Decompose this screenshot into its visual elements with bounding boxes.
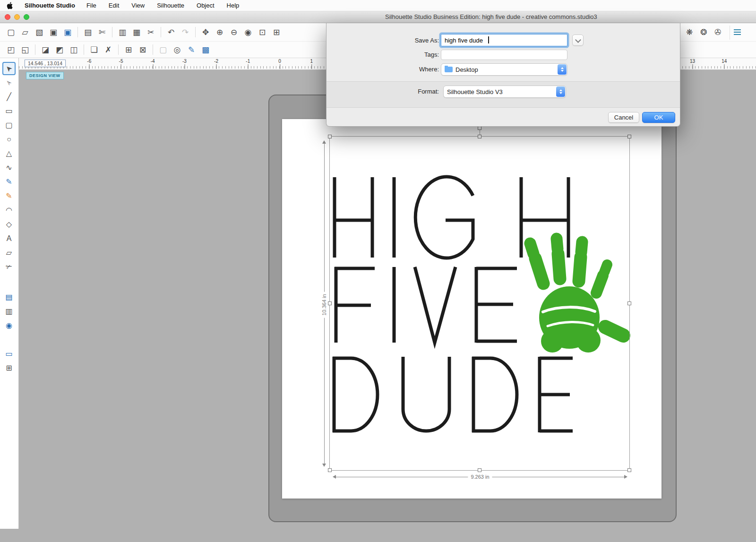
menu-item-edit[interactable]: Edit — [109, 2, 119, 9]
design-canvas[interactable]: DESIGN VIEW — [19, 70, 756, 542]
zoom-out-button[interactable]: ⊖ — [227, 26, 241, 39]
sketch-pen-button[interactable]: ✎ — [185, 43, 198, 56]
rounded-rectangle-tool[interactable]: ▢ — [2, 119, 16, 132]
ruler-number-label: 14 — [722, 59, 727, 64]
replicate-right-button[interactable]: ◩ — [53, 43, 66, 56]
undo-button[interactable]: ↶ — [164, 26, 178, 39]
panel-icon: ❋ — [686, 28, 693, 36]
open-button[interactable]: ▱ — [18, 26, 32, 39]
fit-to-window-button[interactable]: ⊞ — [270, 26, 283, 39]
ruler-number-label: -6 — [87, 59, 91, 64]
menu-item-silhouette[interactable]: Silhouette — [157, 2, 184, 9]
format-dropdown[interactable]: Silhouette Studio V3 — [443, 86, 566, 98]
selection-rotate-handle[interactable] — [478, 126, 481, 130]
chevron-down-icon — [575, 37, 581, 43]
cut-button[interactable]: ✂ — [144, 26, 157, 39]
apple-menu-icon[interactable] — [7, 2, 13, 9]
selection-handle-ne[interactable] — [627, 135, 631, 138]
filename-input[interactable] — [441, 34, 567, 46]
redo-button[interactable]: ↷ — [179, 26, 192, 39]
pan-tool-button[interactable]: ✥ — [199, 26, 212, 39]
toolbar-icon: ◰ — [7, 46, 15, 54]
save-as-button[interactable]: ▣ — [61, 26, 74, 39]
select-tool[interactable]: ➤ — [2, 62, 16, 75]
shadow-button[interactable]: ❏ — [87, 43, 101, 56]
selection-handle-se[interactable] — [627, 468, 631, 472]
zoom-selection-button[interactable]: ◉ — [241, 26, 255, 39]
menu-item-help[interactable]: Help — [227, 2, 240, 9]
group-button[interactable]: ⊞ — [122, 43, 135, 56]
fit-to-page-button[interactable]: ⊡ — [256, 26, 269, 39]
tool-icon: A — [7, 235, 12, 242]
where-label: Where: — [419, 66, 439, 73]
polygon-tool[interactable]: △ — [2, 147, 16, 160]
zoom-window-button[interactable] — [24, 14, 29, 20]
send-to-silhouette-button[interactable]: ✄ — [95, 26, 109, 39]
selection-handle-nw[interactable] — [328, 135, 332, 138]
rectangle-tool[interactable]: ▭ — [2, 104, 16, 118]
toolbar-icon: ◱ — [21, 46, 29, 54]
arc-tool[interactable]: ◠ — [2, 204, 16, 217]
edit-points-tool[interactable]: ➢ — [2, 76, 16, 89]
grid-tool[interactable]: ⊞ — [2, 361, 16, 375]
offset-button[interactable]: ◎ — [171, 43, 184, 56]
rounded-shadow-button[interactable]: ▢ — [156, 43, 170, 56]
curve-tool[interactable]: ∿ — [2, 161, 16, 174]
eraser-tool[interactable]: ▱ — [2, 246, 16, 259]
selection-handle-s[interactable] — [478, 468, 481, 472]
library-tool[interactable]: ◉ — [2, 319, 16, 332]
toolbar-icon: ⊕ — [216, 28, 223, 36]
pixscan-panel-button[interactable]: ❋ — [683, 26, 696, 39]
delete-button[interactable]: ✗ — [102, 43, 115, 56]
selection-box[interactable] — [329, 136, 630, 471]
line-tool[interactable]: ╱ — [2, 90, 16, 103]
ruler-number-0: 0 — [278, 59, 281, 64]
expand-dialog-button[interactable] — [572, 34, 584, 46]
align-panel-button[interactable]: ◱ — [18, 43, 32, 56]
media-layout-tool[interactable]: ▭ — [2, 347, 16, 361]
selection-handle-n[interactable] — [478, 135, 481, 138]
panels-menu-button[interactable] — [730, 26, 744, 40]
layers-button[interactable]: ▩ — [199, 43, 212, 56]
menu-item-label: Silhouette — [157, 2, 184, 9]
text-tool[interactable]: A — [2, 232, 16, 245]
smooth-freehand-tool[interactable]: ✎ — [2, 189, 16, 203]
tool-icon: ▱ — [6, 249, 12, 257]
regular-polygon-tool[interactable]: ◇ — [2, 218, 16, 231]
knife-tool[interactable]: ✃ — [2, 260, 16, 274]
print-button[interactable]: ▤ — [81, 26, 94, 39]
menu-item-view[interactable]: View — [131, 2, 145, 9]
replicate-left-button[interactable]: ◪ — [39, 43, 52, 56]
save-button[interactable]: ▣ — [47, 26, 60, 39]
paste-button[interactable]: ▦ — [130, 26, 143, 39]
selection-handle-sw[interactable] — [328, 468, 332, 472]
where-dropdown[interactable]: Desktop — [441, 63, 567, 76]
trace-panel-button[interactable]: ❂ — [697, 26, 710, 39]
new-document-button[interactable]: ▢ — [4, 26, 17, 39]
transform-panel-button[interactable]: ◰ — [4, 43, 17, 56]
freehand-tool[interactable]: ✎ — [2, 175, 16, 189]
ruler-number--5: -5 — [119, 59, 123, 64]
ellipse-tool[interactable]: ○ — [2, 133, 16, 146]
selection-handle-e[interactable] — [627, 301, 631, 305]
app-name[interactable]: Silhouette Studio — [25, 2, 75, 9]
ungroup-button[interactable]: ⊠ — [136, 43, 149, 56]
menu-item-object[interactable]: Object — [197, 2, 215, 9]
mirror-button[interactable]: ◫ — [67, 43, 80, 56]
minimize-window-button[interactable] — [14, 14, 20, 20]
tool-icon: ✃ — [6, 263, 12, 271]
page-setup-tool[interactable]: ▤ — [2, 291, 16, 304]
copy-button[interactable]: ▥ — [116, 26, 129, 39]
close-window-button[interactable] — [5, 14, 10, 20]
cancel-button[interactable]: Cancel — [608, 112, 639, 123]
format-value: Silhouette Studio V3 — [447, 88, 503, 95]
registration-marks-tool[interactable]: ▥ — [2, 305, 16, 318]
tags-input[interactable] — [441, 50, 567, 60]
toolbar-icon: ✂ — [147, 28, 154, 36]
selection-handle-w[interactable] — [328, 301, 332, 305]
eraser-panel-button[interactable]: ✇ — [711, 26, 724, 39]
save-to-library-button[interactable]: ▧ — [33, 26, 46, 39]
ok-button[interactable]: OK — [642, 112, 675, 123]
menu-item-file[interactable]: File — [86, 2, 96, 9]
zoom-in-button[interactable]: ⊕ — [213, 26, 226, 39]
